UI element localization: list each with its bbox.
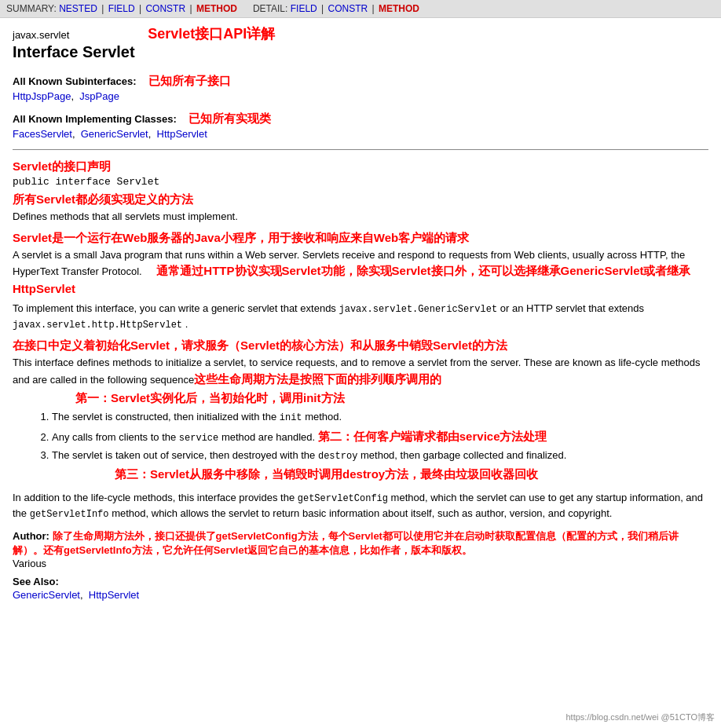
summary-label: SUMMARY: (6, 3, 57, 14)
implementing-links: FacesServlet, GenericServlet, HttpServle… (13, 128, 708, 140)
package-name: javax.servlet (13, 29, 69, 41)
author-section: Author: 除了生命周期方法外，接口还提供了getServletConfig… (13, 529, 708, 601)
init-code: init (280, 412, 302, 423)
lifecycle-item-3: The servlet is taken out of service, the… (52, 448, 708, 483)
lifecycle-item-1: The servlet is constructed, then initial… (52, 409, 708, 426)
see-also-links: GenericServlet, HttpServlet (13, 589, 708, 601)
nav-summary-method: METHOD (196, 3, 237, 14)
service-red: 第二：任何客户端请求都由service方法处理 (318, 430, 547, 443)
implementing-label: All Known Implementing Classes: (13, 113, 177, 125)
nav-detail-method: METHOD (379, 3, 419, 14)
additional-text3: method, which allows the servlet to retu… (112, 507, 612, 519)
destroy-code: destroy (318, 451, 357, 462)
section-divider (13, 149, 708, 150)
additional-text1: In addition to the life-cycle methods, t… (13, 492, 295, 503)
all-servlets-desc: Defines methods that all servlets must i… (13, 209, 708, 225)
section-additional: In addition to the life-cycle methods, t… (13, 490, 708, 521)
lifecycle-item-2: Any calls from clients to the service me… (52, 427, 708, 446)
subinterfaces-links: HttpJspPage, JspPage (13, 90, 708, 102)
nav-bar: SUMMARY: NESTED | FIELD | CONSTR | METHO… (0, 0, 721, 18)
http-servlet-code: javax.servlet.http.HttpServlet (13, 320, 182, 331)
implementing-annotation: 已知所有实现类 (188, 112, 271, 125)
subinterfaces-section: All Known Subinterfaces: 已知所有子接口 HttpJsp… (13, 74, 708, 102)
implement-text2: or an HTTP servlet that extends (500, 302, 644, 314)
author-value: Various (13, 558, 46, 569)
additional-desc: In addition to the life-cycle methods, t… (13, 490, 708, 521)
getServletInfo-code: getServletInfo (30, 509, 109, 520)
lifecycle-seq-red: 这些生命周期方法是按照下面的排列顺序调用的 (194, 372, 441, 386)
all-servlets-red: 所有Servlet都必须实现定义的方法 (13, 192, 708, 207)
header-row: javax.servlet Servlet接口API详解 (13, 24, 708, 43)
author-red-annotation: 除了生命周期方法外，接口还提供了getServletConfig方法，每个Ser… (13, 530, 679, 556)
link-HttpServlet2[interactable]: HttpServlet (89, 589, 139, 601)
nav-summary-field[interactable]: FIELD (108, 3, 135, 14)
see-also-label: See Also: (13, 576, 708, 587)
main-content: javax.servlet Servlet接口API详解 Interface S… (0, 18, 721, 616)
nav-summary-nested[interactable]: NESTED (59, 3, 97, 14)
section-declaration: Servlet的接口声明 public interface Servlet 所有… (13, 159, 708, 225)
link-HttpJspPage[interactable]: HttpJspPage (13, 90, 71, 102)
nav-detail-constr[interactable]: CONSTR (328, 3, 368, 14)
implement-desc: To implement this interface, you can wri… (13, 301, 708, 332)
implement-text3: . (185, 318, 188, 330)
link-HttpServlet1[interactable]: HttpServlet (157, 128, 207, 140)
implement-text1: To implement this interface, you can wri… (13, 302, 336, 314)
what-is-red-heading: Servlet是一个运行在Web服务器的Java小程序，用于接收和响应来自Web… (13, 231, 708, 246)
lifecycle-red-heading: 在接口中定义着初始化Servlet，请求服务（Servlet的核心方法）和从服务… (13, 338, 708, 353)
generic-servlet-code: javax.servlet.GenericServlet (339, 304, 498, 315)
declaration-code: public interface Servlet (13, 176, 708, 188)
link-FacesServlet[interactable]: FacesServlet (13, 128, 72, 140)
interface-title: Interface Servlet (13, 43, 708, 61)
author-label: Author: (13, 530, 49, 542)
implementing-section: All Known Implementing Classes: 已知所有实现类 … (13, 112, 708, 140)
getServletConfig-code: getServletConfig (298, 493, 388, 504)
detail-label: DETAIL: (253, 3, 287, 14)
declaration-red-heading: Servlet的接口声明 (13, 159, 708, 174)
nav-detail-field[interactable]: FIELD (291, 3, 317, 14)
what-is-desc: A servlet is a small Java program that r… (13, 247, 708, 298)
lifecycle-list: The servlet is constructed, then initial… (52, 409, 708, 484)
section-lifecycle: 在接口中定义着初始化Servlet，请求服务（Servlet的核心方法）和从服务… (13, 338, 708, 484)
subinterfaces-annotation: 已知所有子接口 (148, 74, 231, 87)
section-what-is: Servlet是一个运行在Web服务器的Java小程序，用于接收和响应来自Web… (13, 231, 708, 333)
lifecycle-first-item: 第一：Servlet实例化后，当初始化时，调用init方法 (52, 391, 708, 406)
subinterfaces-label: All Known Subinterfaces: (13, 75, 136, 87)
service-code: service (179, 433, 218, 444)
link-GenericServlet2[interactable]: GenericServlet (13, 589, 80, 601)
lifecycle-intro: This interface defines methods to initia… (13, 355, 708, 388)
link-JspPage[interactable]: JspPage (79, 90, 119, 102)
title-annotation: Servlet接口API详解 (148, 24, 275, 43)
nav-summary-constr[interactable]: CONSTR (145, 3, 185, 14)
lifecycle-first-red: 第一：Servlet实例化后，当初始化时，调用init方法 (52, 391, 345, 404)
link-GenericServlet1[interactable]: GenericServlet (81, 128, 148, 140)
destroy-red: 第三：Servlet从服务中移除，当销毁时调用destroy方法，最终由垃圾回收… (91, 467, 538, 481)
